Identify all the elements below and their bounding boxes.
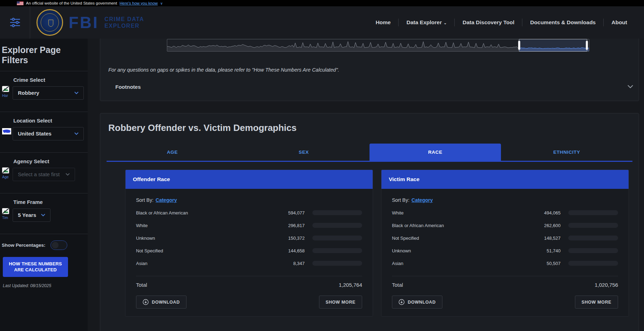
row-value: 148,527 bbox=[527, 236, 561, 241]
row-label: Unknown bbox=[136, 236, 271, 241]
demographic-row: White296,817 bbox=[136, 219, 362, 232]
row-label: White bbox=[392, 210, 527, 216]
tab-sex[interactable]: SEX bbox=[238, 144, 370, 161]
main-content: For any questions on gaps or spikes in t… bbox=[88, 39, 644, 331]
total-row: Total 1,205,764 bbox=[136, 282, 362, 288]
nav-home[interactable]: Home bbox=[368, 19, 398, 26]
chevron-down-icon bbox=[74, 92, 79, 94]
victim-race-card: Victim Race Sort By:Category White494,06… bbox=[381, 170, 629, 317]
chevron-down-icon: ∨ bbox=[160, 1, 163, 5]
brush-selection-window[interactable] bbox=[519, 39, 587, 52]
demographics-cards: Offender Race Sort By:Category Black or … bbox=[125, 170, 629, 317]
broken-image-icon: Tim bbox=[2, 208, 12, 221]
section-title: Robbery Offender vs. Victim Demographics bbox=[108, 123, 297, 133]
total-value: 1,020,756 bbox=[595, 282, 618, 288]
tab-race[interactable]: RACE bbox=[370, 144, 501, 161]
crime-select-dropdown[interactable]: Robbery bbox=[13, 86, 84, 100]
row-value: 50,507 bbox=[527, 261, 561, 266]
row-label: Asian bbox=[392, 261, 527, 266]
last-updated-text: Last Updated: 08/15/2025 bbox=[3, 283, 88, 288]
main-nav: Home Data Explorer⌄ Data Discovery Tool … bbox=[368, 6, 635, 39]
footnotes-accordion[interactable]: Footnotes bbox=[100, 79, 639, 94]
sliders-icon bbox=[9, 17, 21, 28]
timeframe-select-label: Time Frame bbox=[13, 199, 88, 205]
row-label: Black or African American bbox=[136, 210, 271, 216]
sort-by-category-link[interactable]: Category bbox=[412, 197, 433, 203]
download-button[interactable]: DOWNLOAD bbox=[392, 296, 442, 309]
footnotes-label: Footnotes bbox=[115, 84, 141, 90]
demographic-row: Unknown51,740 bbox=[392, 244, 618, 257]
timeframe-select-dropdown[interactable]: 5 Years bbox=[13, 208, 50, 222]
row-bar-track bbox=[312, 210, 362, 215]
row-value: 594,077 bbox=[271, 210, 305, 216]
sort-by-row: Sort By:Category bbox=[392, 197, 618, 203]
chevron-down-icon bbox=[74, 132, 79, 135]
demographic-row: Asian8,347 bbox=[136, 257, 362, 270]
nav-documents-downloads[interactable]: Documents & Downloads bbox=[522, 19, 603, 26]
card-title: Offender Race bbox=[133, 176, 170, 183]
demographic-row: Asian50,507 bbox=[392, 257, 618, 270]
tabs-underline bbox=[107, 161, 632, 162]
data-rows: Black or African American594,077White296… bbox=[136, 206, 362, 270]
row-value: 150,372 bbox=[271, 236, 305, 241]
crime-select-label: Crime Select bbox=[13, 77, 88, 83]
show-more-button[interactable]: SHOW MORE bbox=[319, 296, 362, 309]
us-flag-icon bbox=[17, 1, 23, 5]
row-bar-track bbox=[568, 261, 618, 266]
divider bbox=[392, 276, 618, 276]
nav-data-explorer[interactable]: Data Explorer⌄ bbox=[399, 19, 454, 26]
row-value: 296,817 bbox=[271, 223, 305, 228]
row-value: 51,740 bbox=[527, 248, 561, 253]
nav-about[interactable]: About bbox=[604, 19, 635, 26]
filters-sidebar: Explorer Page Filters Har Crime Select R… bbox=[0, 39, 88, 331]
row-bar-track bbox=[312, 223, 362, 228]
brand[interactable]: FBI Crime Data Explorer bbox=[36, 9, 147, 36]
filter-group-timeframe: Tim Time Frame 5 Years bbox=[0, 193, 88, 228]
download-button[interactable]: DOWNLOAD bbox=[136, 296, 187, 309]
filter-group-location: Location Select United States bbox=[0, 112, 88, 147]
chevron-down-icon bbox=[41, 214, 45, 217]
total-row: Total 1,020,756 bbox=[392, 282, 618, 288]
data-rows: White494,065Black or African American262… bbox=[392, 206, 618, 270]
data-note-text: For any questions on gaps or spikes in t… bbox=[108, 67, 339, 73]
sort-by-category-link[interactable]: Category bbox=[156, 197, 177, 203]
demographic-row: Not Specified144,658 bbox=[136, 244, 362, 257]
how-numbers-calculated-button[interactable]: HOW THESE NUMBERS ARE CALCULATED bbox=[3, 257, 68, 277]
download-icon bbox=[399, 299, 405, 305]
offender-race-card: Offender Race Sort By:Category Black or … bbox=[125, 170, 373, 317]
demographic-row: Unknown150,372 bbox=[136, 232, 362, 244]
tab-ethnicity[interactable]: ETHNICITY bbox=[501, 144, 632, 161]
row-bar-track bbox=[568, 223, 618, 228]
chevron-down-icon: ⌄ bbox=[443, 21, 447, 25]
trend-panel: For any questions on gaps or spikes in t… bbox=[100, 39, 639, 101]
demographic-row: Not Specified148,527 bbox=[392, 232, 618, 244]
demographic-row: Black or African American594,077 bbox=[136, 206, 362, 219]
row-bar-track bbox=[312, 261, 362, 266]
row-value: 144,658 bbox=[271, 248, 305, 253]
row-label: Not Specified bbox=[392, 236, 527, 241]
row-value: 8,347 bbox=[271, 261, 305, 266]
download-icon bbox=[143, 299, 149, 305]
gov-banner-link[interactable]: Here's how you know bbox=[120, 1, 158, 5]
location-select-dropdown[interactable]: United States bbox=[13, 127, 84, 140]
tab-age[interactable]: AGE bbox=[107, 144, 238, 161]
sort-by-row: Sort By:Category bbox=[136, 197, 362, 203]
demographic-row: White494,065 bbox=[392, 206, 618, 219]
gov-banner: An official website of the United States… bbox=[0, 0, 644, 6]
sidebar-title: Explorer Page Filters bbox=[2, 45, 86, 65]
show-more-button[interactable]: SHOW MORE bbox=[575, 296, 618, 309]
app-header: FBI Crime Data Explorer Home Data Explor… bbox=[0, 6, 644, 39]
row-label: Not Specified bbox=[136, 248, 271, 253]
demographic-row: Black or African American262,600 bbox=[392, 219, 618, 232]
row-bar-track bbox=[312, 248, 362, 253]
time-brush-chart[interactable] bbox=[167, 39, 589, 52]
nav-data-discovery-tool[interactable]: Data Discovery Tool bbox=[455, 19, 522, 26]
row-value: 262,600 bbox=[527, 223, 561, 228]
row-bar-track bbox=[568, 210, 618, 215]
show-percentages-toggle[interactable] bbox=[50, 240, 67, 250]
show-percentages-label: Show Percentages: bbox=[2, 243, 46, 248]
agency-select-dropdown[interactable]: Select a state first bbox=[13, 168, 75, 181]
row-bar-track bbox=[568, 248, 618, 253]
broken-image-icon: Har bbox=[2, 86, 12, 99]
filters-toggle-button[interactable] bbox=[0, 6, 30, 39]
